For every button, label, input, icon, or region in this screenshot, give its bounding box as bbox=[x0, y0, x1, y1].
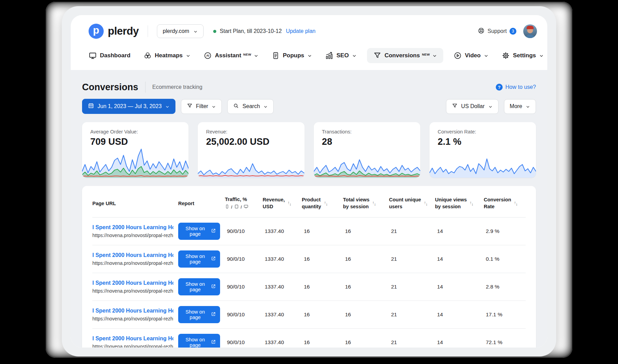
show-on-page-button[interactable]: Show on page bbox=[178, 223, 220, 240]
tablet-icon bbox=[234, 204, 239, 211]
quantity-value: 16 bbox=[302, 256, 338, 262]
nav-item-settings[interactable]: Settings bbox=[502, 48, 544, 63]
show-on-page-button[interactable]: Show on page bbox=[178, 250, 220, 268]
chevron-down-icon bbox=[526, 105, 530, 109]
sort-icon[interactable]: ↑↓ bbox=[470, 201, 473, 206]
conversion-value: 17.1 % bbox=[484, 312, 526, 318]
user-avatar[interactable] bbox=[523, 24, 537, 38]
page-link[interactable]: I Spent 2000 Hours Learning How To Learn… bbox=[92, 336, 173, 342]
page-url: https://novena.pro/novosti/propal-rezhim… bbox=[92, 344, 173, 348]
new-badge: NEW bbox=[243, 52, 251, 56]
traffic-value: 90/0/10 bbox=[225, 312, 258, 318]
brand-name: plerdy bbox=[108, 25, 139, 37]
traffic-value: 90/0/10 bbox=[225, 256, 258, 262]
revenue-value: 1337.40 bbox=[263, 312, 297, 318]
nav-item-assistant[interactable]: AI Assistant NEW bbox=[204, 48, 259, 63]
table-row: I Spent 2000 Hours Learning How To Learn… bbox=[92, 245, 526, 273]
nav-item-conversions[interactable]: Conversions NEW bbox=[367, 48, 443, 63]
nav-item-dashboard[interactable]: Dashboard bbox=[89, 48, 130, 63]
domain-select[interactable]: plerdy.com bbox=[157, 24, 204, 38]
phone-icon bbox=[225, 204, 229, 211]
show-on-page-button[interactable]: Show on page bbox=[178, 334, 220, 348]
sparkline-chart bbox=[430, 147, 536, 178]
page-link[interactable]: I Spent 2000 Hours Learning How To Learn… bbox=[92, 308, 173, 314]
gear-icon bbox=[502, 51, 510, 60]
col-unique-views: Unique viewsby session ↑↓ bbox=[435, 197, 479, 210]
sort-icon[interactable]: ↑↓ bbox=[514, 201, 517, 206]
quantity-value: 16 bbox=[302, 339, 338, 345]
nav-item-video[interactable]: Video bbox=[454, 48, 489, 63]
sort-icon[interactable]: ↑↓ bbox=[424, 201, 427, 206]
stat-value: 25,002.00 USD bbox=[206, 137, 296, 147]
conversion-value: 0.1 % bbox=[484, 256, 526, 262]
table-row: I Spent 2000 Hours Learning How To Learn… bbox=[92, 273, 526, 301]
how-to-use-link[interactable]: ? How to use? bbox=[496, 84, 536, 91]
divider bbox=[145, 82, 146, 93]
revenue-value: 1337.40 bbox=[263, 339, 297, 345]
ai-icon: AI bbox=[204, 51, 212, 60]
update-plan-link[interactable]: Update plan bbox=[286, 28, 316, 34]
support-button[interactable]: Support 3 bbox=[478, 27, 516, 36]
funnel-icon bbox=[452, 103, 458, 110]
revenue-value: 1337.40 bbox=[263, 284, 297, 290]
traffic-value: 90/0/10 bbox=[225, 228, 258, 234]
chevron-down-icon bbox=[539, 54, 544, 58]
page-url: https://novena.pro/novosti/propal-rezhim… bbox=[92, 233, 173, 238]
table-body: I Spent 2000 Hours Learning How To Learn… bbox=[92, 218, 526, 348]
svg-text:AI: AI bbox=[206, 54, 209, 57]
page-title: Conversions bbox=[82, 82, 138, 93]
unique-views-value: 14 bbox=[435, 256, 479, 262]
page-link[interactable]: I Spent 2000 Hours Learning How To Learn… bbox=[92, 280, 173, 286]
nav-item-popups[interactable]: Popups bbox=[272, 48, 312, 63]
chevron-down-icon bbox=[263, 105, 268, 109]
revenue-value: 1337.40 bbox=[263, 228, 297, 234]
page-link[interactable]: I Spent 2000 Hours Learning How To Learn… bbox=[92, 252, 173, 258]
stat-label: Transactions: bbox=[322, 129, 412, 134]
more-button[interactable]: More bbox=[504, 99, 536, 114]
sort-icon[interactable]: ↑↓ bbox=[324, 201, 327, 206]
filter-button[interactable]: Filter bbox=[181, 99, 222, 114]
new-badge: NEW bbox=[422, 52, 430, 56]
total-views-value: 16 bbox=[343, 339, 384, 345]
video-icon bbox=[454, 51, 462, 60]
total-views-value: 16 bbox=[343, 312, 384, 318]
traffic-value: 90/0/10 bbox=[225, 339, 258, 345]
chevron-down-icon bbox=[193, 30, 198, 34]
calendar-icon bbox=[88, 103, 94, 110]
filter-toolbar: Jun 1, 2023 — Jul 3, 2023 Filter bbox=[82, 99, 536, 114]
venn-icon bbox=[144, 51, 152, 60]
funnel-icon bbox=[373, 51, 381, 60]
stat-label: Revenue: bbox=[206, 129, 296, 134]
divider bbox=[148, 25, 148, 37]
table-row: I Spent 2000 Hours Learning How To Learn… bbox=[92, 329, 526, 348]
total-views-value: 16 bbox=[343, 284, 384, 290]
life-ring-icon bbox=[478, 27, 485, 36]
monitor-icon bbox=[89, 51, 97, 60]
chevron-down-icon bbox=[484, 54, 489, 58]
currency-select[interactable]: US Dollar bbox=[446, 99, 498, 114]
sparkline-chart bbox=[198, 147, 304, 178]
show-on-page-button[interactable]: Show on page bbox=[178, 306, 220, 323]
col-page-url: Page URL bbox=[92, 201, 173, 206]
sort-icon[interactable]: ↑↓ bbox=[372, 201, 376, 206]
plan-status-text: Start Plan, till 2023-10-12 bbox=[220, 28, 282, 34]
search-button[interactable]: Search bbox=[227, 99, 274, 114]
show-on-page-button[interactable]: Show on page bbox=[178, 278, 220, 295]
sort-icon[interactable]: ↑↓ bbox=[287, 201, 291, 206]
nav-item-seo[interactable]: SEO bbox=[325, 48, 357, 63]
chevron-down-icon bbox=[307, 54, 312, 58]
plan-status: Start Plan, till 2023-10-12 Update plan bbox=[213, 28, 316, 34]
nav-item-heatmaps[interactable]: Heatmaps bbox=[144, 48, 191, 63]
unique-views-value: 14 bbox=[435, 312, 479, 318]
traffic-value: 90/0/10 bbox=[225, 284, 258, 290]
page-header: Conversions Ecommerce tracking ? How to … bbox=[82, 78, 536, 96]
unique-users-value: 21 bbox=[389, 228, 430, 234]
table-header: Page URL Report Traffic, % / / bbox=[92, 186, 526, 218]
page-url: https://novena.pro/novosti/propal-rezhim… bbox=[92, 260, 173, 266]
date-range-button[interactable]: Jun 1, 2023 — Jul 3, 2023 bbox=[82, 99, 175, 114]
desktop-icon bbox=[243, 204, 249, 211]
col-traffic: Traffic, % / / bbox=[225, 196, 258, 210]
table-row: I Spent 2000 Hours Learning How To Learn… bbox=[92, 218, 526, 245]
unique-users-value: 21 bbox=[389, 339, 430, 345]
page-link[interactable]: I Spent 2000 Hours Learning How To Learn… bbox=[92, 224, 173, 231]
